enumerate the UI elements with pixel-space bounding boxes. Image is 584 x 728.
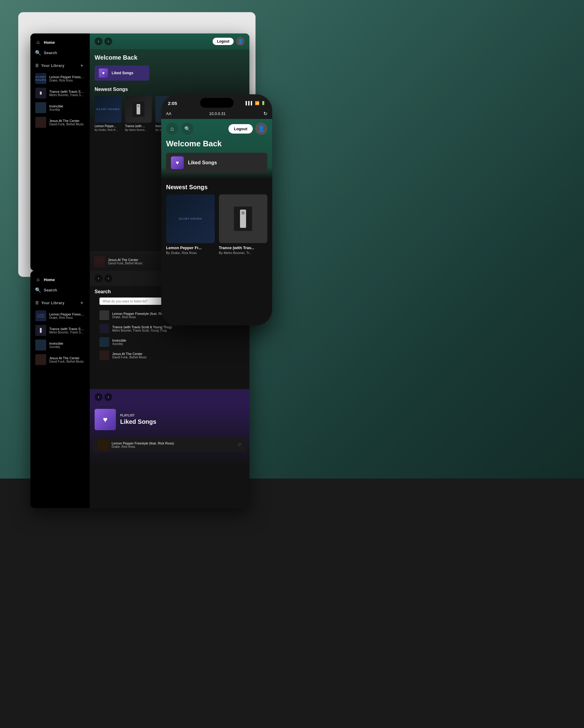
list-item[interactable]: Trance (with Travis Scot... Metro Boomin… — [30, 86, 90, 100]
main-header: ‹ › Logout 👤 — [90, 33, 249, 49]
song-card-title: Lemon Peppe... — [95, 124, 122, 128]
sidebar-item-home[interactable]: ⌂ Home — [30, 37, 90, 48]
nav-forward-button[interactable]: › — [104, 37, 112, 45]
playlist-item-heart[interactable]: ♡ — [238, 442, 241, 447]
phone-refresh-button[interactable]: ↻ — [263, 111, 267, 116]
playlist-header-bar: ‹ › — [90, 389, 249, 405]
nav-arrows-2: ‹ › — [95, 275, 112, 282]
nav-back-button-3[interactable]: ‹ — [95, 393, 103, 401]
phone-newest-songs-title: Newest Songs — [161, 179, 272, 194]
album-thumb-lemon-2: SCARY HOURS — [35, 310, 46, 321]
svg-rect-9 — [241, 211, 244, 214]
phone-song-card[interactable]: SCARY HOURS Lemon Pepper Fr... By Drake,… — [166, 194, 215, 255]
library-header-left-2: ☰ Your Library — [35, 301, 64, 305]
phone-user-button[interactable]: 👤 — [255, 123, 267, 135]
logout-button[interactable]: Logout — [213, 38, 234, 45]
search-result-item[interactable]: Invincible Xocribly — [95, 335, 244, 349]
phone-full: 2:05 ▌▌▌ 📶 🔋 AA 10.0.0.31 ↻ — [161, 94, 272, 326]
lib-item-title: Lemon Pepper Freestyle... — [49, 75, 85, 79]
song-card-artist: By Drake, Rick R... — [95, 128, 122, 131]
library-icon: ☰ — [35, 63, 39, 68]
phone-song-title: Lemon Pepper Fr... — [166, 245, 215, 250]
lib-item-title: Lemon Pepper Freestyle... — [49, 312, 85, 316]
phone-song-thumb-trance — [219, 194, 268, 243]
phone-welcome-title: Welcome Back — [166, 139, 267, 149]
playlist-song-item[interactable]: Lemon Pepper Freestyle (feat. Rick Ross)… — [93, 438, 246, 452]
song-card[interactable]: Trance (with ... By Metro Boomi... — [125, 96, 152, 131]
search-item-title: Trance (with Travis Scott & Young Thug) — [112, 325, 240, 329]
welcome-title: Welcome Back — [95, 54, 244, 61]
phone-song-card[interactable]: Trance (with Trav... By Metro Boomin, Tr… — [219, 194, 268, 255]
list-item[interactable]: Jesus At The Center David Funk, Bethel M… — [30, 352, 90, 367]
library-add-button-2[interactable]: + — [79, 300, 85, 306]
nav-forward-button-3[interactable]: › — [104, 393, 112, 401]
phone-song-artist: By Metro Boomin, Tr... — [219, 251, 268, 255]
phone-frame: 2:05 ▌▌▌ 📶 🔋 AA 10.0.0.31 ↻ — [161, 94, 272, 326]
album-thumb-jesus — [35, 117, 46, 128]
home-icon-2: ⌂ — [35, 277, 41, 282]
album-thumb-trance — [35, 87, 46, 99]
phone-container: 2:05 ▌▌▌ 📶 🔋 AA 10.0.0.31 ↻ — [161, 94, 272, 326]
liked-songs-button[interactable]: ♥ Liked Songs — [95, 66, 149, 81]
search-thumb-1 — [100, 310, 109, 320]
phone-song-artist: By Drake, Rick Ross — [166, 251, 215, 255]
scary-hours-art: SCARY HOURS — [35, 73, 46, 84]
nav-back-button-2[interactable]: ‹ — [95, 275, 103, 282]
list-item[interactable]: Invincible Xocribly — [30, 100, 90, 115]
lib-item-artist: Xocribly — [49, 108, 85, 111]
song-card[interactable]: SCARY HOURS Lemon Peppe... By Drake, Ric… — [95, 96, 122, 131]
search-item-artist: David Funk, Bethel Music — [112, 356, 240, 359]
phone-aa-text: AA — [166, 111, 171, 116]
header-right: Logout 👤 — [213, 37, 244, 46]
search-item-info: Jesus At The Center David Funk, Bethel M… — [112, 352, 240, 359]
song-thumb-trance — [125, 96, 152, 123]
library-header-left: ☰ Your Library — [35, 63, 64, 68]
phone-heart-icon: ♥ — [171, 156, 184, 169]
album-thumb-jesus-2 — [35, 354, 46, 365]
library-add-button[interactable]: + — [79, 63, 85, 69]
lib-item-info: Lemon Pepper Freestyle... Drake, Rick Ro… — [49, 75, 85, 82]
search-item-title: Invincible — [112, 339, 240, 342]
list-item[interactable]: SCARY HOURS Lemon Pepper Freestyle... Dr… — [30, 309, 90, 323]
phone-home-button[interactable]: ⌂ — [166, 123, 178, 135]
phone-header-right: Logout 👤 — [229, 123, 267, 135]
battery-icon: 🔋 — [261, 101, 266, 105]
album-thumb-invincible-2 — [35, 339, 46, 350]
list-item[interactable]: Jesus At The Center David Funk, Bethel M… — [30, 115, 90, 130]
phone-liked-songs-button[interactable]: ♥ Liked Songs — [166, 153, 267, 173]
song-card-artist: By Metro Boomi... — [125, 128, 152, 131]
sidebar-search-label: Search — [44, 51, 57, 55]
list-item[interactable]: Invincible Xocribly — [30, 338, 90, 352]
sidebar2-item-search[interactable]: 🔍 Search — [30, 285, 90, 295]
sidebar-item-search[interactable]: 🔍 Search — [30, 48, 90, 58]
svg-rect-4 — [137, 105, 139, 107]
phone-screen: 2:05 ▌▌▌ 📶 🔋 AA 10.0.0.31 ↻ — [161, 94, 272, 326]
phone-song-thumb-lemon: SCARY HOURS — [166, 194, 215, 243]
search-thumb-4 — [100, 350, 109, 360]
phone-content: ⌂ 🔍 Logout 👤 — [161, 119, 272, 326]
search-result-item[interactable]: Jesus At The Center David Funk, Bethel M… — [95, 349, 244, 362]
library-icon-2: ☰ — [35, 301, 39, 305]
sidebar2-item-home[interactable]: ⌂ Home — [30, 275, 90, 285]
svg-rect-1 — [40, 92, 42, 95]
phone-liked-label: Liked Songs — [188, 160, 217, 165]
svg-rect-6 — [40, 328, 42, 333]
player-album-thumb — [94, 256, 105, 267]
library-label: Your Library — [42, 63, 64, 68]
wifi-icon: 📶 — [255, 101, 260, 105]
list-item[interactable]: Trance (with Travis Scot... Metro Boomin… — [30, 323, 90, 338]
user-avatar-button[interactable]: 👤 — [236, 37, 244, 46]
nav-forward-button-2[interactable]: › — [104, 275, 112, 282]
search-icon: 🔍 — [35, 50, 41, 55]
lib-item-title: Jesus At The Center — [49, 356, 85, 360]
nav-back-button[interactable]: ‹ — [95, 37, 103, 45]
phone-nav-icons: ⌂ 🔍 — [166, 123, 193, 135]
liked-songs-label: Liked Songs — [112, 71, 133, 75]
phone-search-button[interactable]: 🔍 — [181, 123, 193, 135]
list-item[interactable]: SCARY HOURS Lemon Pepper Freestyle... Dr… — [30, 71, 90, 86]
phone-logout-button[interactable]: Logout — [229, 124, 253, 134]
lib-item-info: Jesus At The Center David Funk, Bethel M… — [49, 356, 85, 363]
search-thumb-2 — [100, 324, 109, 333]
phone-search-icon: 🔍 — [184, 126, 190, 132]
sidebar-home-label: Home — [44, 40, 55, 45]
